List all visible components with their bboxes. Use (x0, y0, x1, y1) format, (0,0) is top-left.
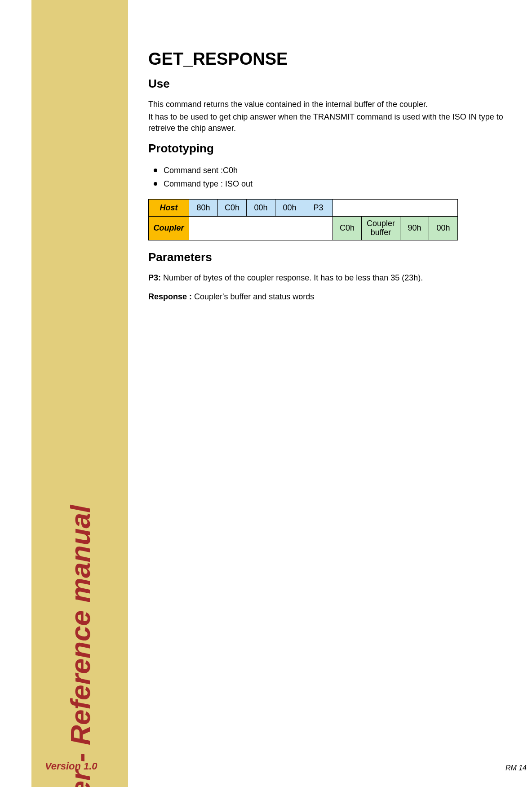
empty-cell (333, 200, 458, 217)
host-cell: 00h (247, 200, 275, 217)
section-use-heading: Use (148, 77, 512, 91)
host-cell: 80h (189, 200, 218, 217)
table-row-coupler: Coupler C0h Coupler buffer 90h 00h (149, 217, 458, 240)
p3-line: P3: Number of bytes of the coupler respo… (148, 272, 512, 283)
response-label: Response : (148, 292, 192, 301)
host-cell: 00h (275, 200, 304, 217)
coupler-cell: Coupler buffer (362, 217, 400, 240)
main-content: GET_RESPONSE Use This command returns th… (148, 49, 512, 302)
host-cell: P3 (304, 200, 333, 217)
coupler-cell: 90h (400, 217, 429, 240)
host-label-cell: Host (149, 200, 189, 217)
bullet-item: Command type : ISO out (164, 177, 512, 191)
coupler-cell: C0h (333, 217, 362, 240)
prototyping-table: Host 80h C0h 00h 00h P3 Coupler C0h Coup… (148, 199, 458, 240)
section-prototyping-heading: Prototyping (148, 142, 512, 156)
p3-label: P3: (148, 273, 161, 282)
prototyping-bullets: Command sent :C0h Command type : ISO out (164, 164, 512, 191)
sidebar-title: Coupler - Reference manual (64, 505, 96, 787)
response-text: Coupler's buffer and status words (192, 292, 314, 301)
coupler-label-cell: Coupler (149, 217, 189, 240)
empty-cell (189, 217, 333, 240)
coupler-cell: 00h (429, 217, 458, 240)
response-line: Response : Coupler's buffer and status w… (148, 291, 512, 302)
p3-text: Number of bytes of the coupler response.… (161, 273, 423, 282)
section-parameters-heading: Parameters (148, 250, 512, 264)
version-label: Version 1.0 (45, 760, 98, 772)
page-number: RM 14 (505, 764, 527, 772)
host-cell: C0h (218, 200, 247, 217)
table-row-host: Host 80h C0h 00h 00h P3 (149, 200, 458, 217)
sidebar: Coupler - Reference manual (31, 0, 128, 787)
use-text-2: It has to be used to get chip answer whe… (148, 111, 512, 133)
page-title: GET_RESPONSE (148, 49, 512, 69)
bullet-item: Command sent :C0h (164, 164, 512, 178)
use-text-1: This command returns the value contained… (148, 99, 512, 110)
